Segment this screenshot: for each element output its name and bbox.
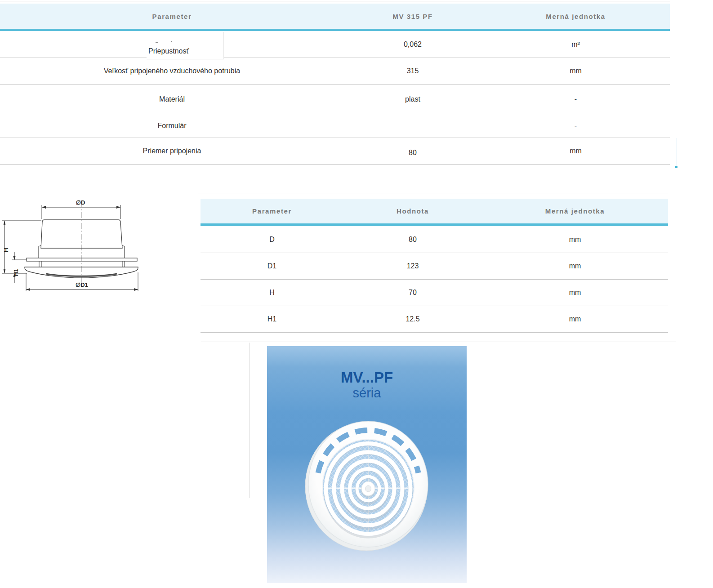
tooltip: Priepustnosť [147, 32, 224, 59]
drawing-neck-lines [39, 261, 125, 267]
dim-arrow [4, 221, 6, 225]
spec-header-model: MV 315 PF [344, 13, 481, 20]
dim-label-h: H [3, 248, 9, 252]
spec-row-unit: mm [481, 67, 670, 75]
section-divider [201, 342, 676, 342]
spec-header-parameter: Parameter [0, 13, 344, 20]
spec-row-unit: m² [481, 40, 670, 49]
spec-row-parameter: Formulár [0, 122, 344, 130]
scroll-artifact-line [677, 138, 677, 167]
dim-arrow [42, 206, 46, 209]
table-row: Formulár - [0, 114, 670, 138]
spec-row-parameter: Priemer pripojenia [0, 147, 344, 155]
spec-table: Parameter MV 315 PF Merná jednotka 0,062… [0, 4, 670, 165]
dims-table-top-rule [198, 193, 668, 193]
spec-row-value: 315 [344, 67, 481, 75]
table-row: H 70 mm [201, 280, 668, 306]
dims-row-unit: mm [482, 289, 668, 297]
table-row: D 80 mm [201, 226, 668, 253]
spec-row-unit: - [481, 95, 670, 103]
spec-row-value: plast [344, 95, 481, 103]
spec-row-parameter: Materiál [0, 95, 344, 103]
spec-row-value: 0,062 [344, 40, 481, 49]
product-series-subtitle: séria [267, 386, 467, 401]
spec-row-unit: mm [481, 147, 670, 155]
drawing-flange [27, 258, 137, 261]
drawing-collar [41, 220, 122, 248]
table-row: 0,062 m² [0, 31, 670, 58]
dim-label-d: ∅D [76, 199, 85, 206]
dim-label-d1: ∅D1 [76, 281, 88, 288]
table-row: Materiál plast - [0, 85, 670, 114]
dim-arrow [4, 269, 6, 273]
clipped-text-fragment [171, 41, 172, 42]
dim-arrow [116, 206, 120, 209]
page-top-hairline [0, 1, 670, 1]
table-row: Veľkosť pripojeného vzduchového potrubia… [0, 58, 670, 85]
dims-row-value: 70 [343, 289, 482, 297]
dims-row-value: 12.5 [343, 315, 482, 323]
dims-header-parameter: Parameter [201, 207, 343, 215]
page: Parameter MV 315 PF Merná jednotka 0,062… [0, 0, 713, 588]
dims-table-header: Parameter Hodnota Merná jednotka [201, 199, 668, 226]
dims-row-parameter: D [201, 236, 343, 244]
dim-arrow [13, 256, 16, 260]
dims-header-value: Hodnota [343, 207, 482, 215]
dims-row-unit: mm [482, 315, 668, 323]
spec-table-header: Parameter MV 315 PF Merná jednotka [0, 4, 670, 31]
table-row: D1 123 mm [201, 253, 668, 280]
product-image: MV...PF séria [267, 346, 467, 583]
dim-label-h1: H1 [13, 269, 19, 276]
dims-row-value: 80 [343, 236, 482, 244]
product-series-title: MV...PF [267, 370, 467, 386]
dims-row-value: 123 [343, 262, 482, 270]
drawing-collar-tabs [39, 245, 125, 258]
spec-row-parameter: Veľkosť pripojeného vzduchového potrubia [0, 67, 344, 75]
spec-row-value: 80 [344, 149, 481, 157]
dim-arrow [134, 288, 138, 291]
dims-row-unit: mm [482, 262, 668, 270]
dims-row-unit: mm [482, 236, 668, 244]
dim-arrow [26, 288, 30, 291]
dims-row-parameter: H [201, 289, 343, 297]
scroll-artifact-mark [675, 166, 677, 168]
clipped-text-fragment [156, 42, 158, 43]
dimension-drawing: ∅D H H1 ∅D1 [1, 197, 145, 298]
table-row: H1 12.5 mm [201, 306, 668, 333]
table-row: Priemer pripojenia 80 mm [0, 138, 670, 165]
dims-row-parameter: H1 [201, 315, 343, 323]
dims-row-parameter: D1 [201, 262, 343, 270]
fan-hub-center [365, 486, 371, 492]
spec-row-unit: - [481, 122, 670, 130]
tooltip-trigger-label[interactable]: Priepustnosť [148, 47, 189, 55]
image-left-rule [250, 343, 250, 498]
dimensions-table: Parameter Hodnota Merná jednotka D 80 mm… [201, 199, 668, 333]
dims-header-unit: Merná jednotka [482, 207, 668, 215]
spec-header-unit: Merná jednotka [481, 13, 670, 20]
